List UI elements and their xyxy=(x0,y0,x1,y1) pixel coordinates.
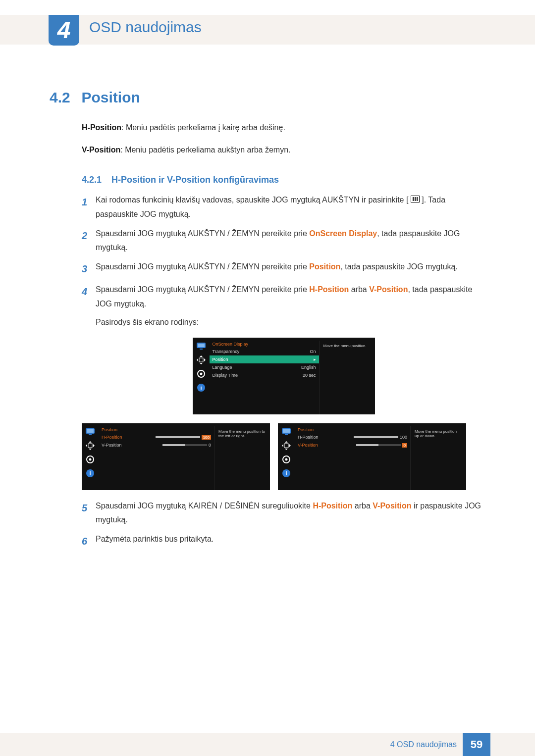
osd-list-main: OnScreen Display TransparencyOn Position… xyxy=(210,341,319,414)
osd-hint: Move the menu position to the left or ri… xyxy=(214,426,270,490)
steps-list: 1 Kai rodomas funkcinių klavišų vadovas,… xyxy=(82,193,485,330)
info-icon: i xyxy=(196,382,207,393)
osd-hint: Move the menu position up or down. xyxy=(410,426,466,490)
svg-rect-7 xyxy=(199,358,203,362)
step-3: 3 Spausdami JOG mygtuką AUKŠTYN / ŽEMYN … xyxy=(82,260,485,278)
step-4: 4 Spausdami JOG mygtuką AUKŠTYN / ŽEMYN … xyxy=(82,283,485,329)
osd-row: H-Position 100 xyxy=(295,433,410,441)
v-position-desc: : Meniu padėtis perkeliama aukštyn arba … xyxy=(120,146,290,154)
steps-list-continued: 5 Spausdami JOG mygtuką KAIRĖN / DEŠINĖN… xyxy=(82,499,485,551)
h-position-label: H-Position xyxy=(82,123,121,132)
h-position-desc: : Meniu padėtis perkeliama į kairę arba … xyxy=(121,123,285,132)
menu-icon xyxy=(411,193,420,207)
osd-row-selected: Position▸ xyxy=(210,355,319,363)
move-icon xyxy=(85,440,96,451)
svg-text:i: i xyxy=(285,470,287,476)
move-icon xyxy=(196,354,207,365)
svg-rect-3 xyxy=(417,197,418,201)
svg-rect-1 xyxy=(413,197,414,201)
section-title: Position xyxy=(81,89,140,105)
svg-text:i: i xyxy=(89,470,91,476)
osd-row: LanguageEnglish xyxy=(210,363,319,371)
step-6: 6 Pažymėta parinktis bus pritaikyta. xyxy=(82,532,485,550)
monitor-icon xyxy=(85,426,96,437)
gear-icon xyxy=(281,454,292,465)
header-band xyxy=(0,15,535,45)
svg-rect-23 xyxy=(284,444,288,448)
osd-row: Display Time20 sec xyxy=(210,371,319,379)
step-2: 2 Spausdami JOG mygtuką AUKŠTYN / ŽEMYN … xyxy=(82,227,485,255)
svg-text:i: i xyxy=(200,385,202,391)
subsection-title: H-Position ir V-Position konfigūravimas xyxy=(111,175,279,185)
svg-rect-15 xyxy=(88,444,92,448)
content: 4.2 Position H-Position: Meniu padėtis p… xyxy=(50,89,485,555)
subsection-number: 4.2.1 xyxy=(82,175,102,185)
info-icon: i xyxy=(281,468,292,479)
svg-rect-13 xyxy=(87,429,94,433)
monitor-icon xyxy=(196,341,207,352)
svg-point-9 xyxy=(200,372,202,375)
osd-panel-h: i Position H-Position 100 V-Position 0 xyxy=(82,423,270,490)
chapter-number-badge: 4 xyxy=(49,15,79,46)
gear-icon xyxy=(85,454,96,465)
svg-rect-21 xyxy=(283,429,290,433)
svg-point-25 xyxy=(285,458,288,460)
subsection-heading: 4.2.1 H-Position ir V-Position konfigūra… xyxy=(82,175,485,185)
footer-text: 4 OSD naudojimas xyxy=(390,740,457,749)
section-heading: 4.2 Position xyxy=(50,89,485,106)
page: 4 OSD naudojimas 4.2 Position H-Position… xyxy=(0,0,535,756)
osd-panel-v: i Position H-Position 100 V-Position 0 xyxy=(278,423,466,490)
figure-osd-hv: i Position H-Position 100 V-Position 0 xyxy=(82,423,485,490)
svg-rect-5 xyxy=(198,344,205,347)
footer: 4 OSD naudojimas 59 xyxy=(0,733,535,756)
svg-rect-2 xyxy=(415,197,416,201)
osd-row: TransparencyOn xyxy=(210,348,319,355)
step-1: 1 Kai rodomas funkcinių klavišų vadovas,… xyxy=(82,193,485,222)
svg-rect-22 xyxy=(285,434,288,435)
osd-row-selected: H-Position 100 xyxy=(99,433,214,441)
svg-rect-14 xyxy=(89,434,92,435)
v-position-label: V-Position xyxy=(82,146,120,154)
osd-hint: Move the menu position. xyxy=(319,341,375,414)
monitor-icon xyxy=(281,426,292,437)
figure-osd-main: i OnScreen Display TransparencyOn Positi… xyxy=(82,338,485,414)
chapter-title: OSD naudojimas xyxy=(89,19,202,36)
footer-page-number: 59 xyxy=(463,733,490,756)
step-5: 5 Spausdami JOG mygtuką KAIRĖN / DEŠINĖN… xyxy=(82,499,485,528)
osd-row: V-Position 0 xyxy=(99,441,214,449)
gear-icon xyxy=(196,368,207,379)
osd-row-selected: V-Position 0 xyxy=(295,441,410,449)
intro-text: H-Position: Meniu padėtis perkeliama į k… xyxy=(82,121,485,157)
move-icon xyxy=(281,440,292,451)
osd-panel-main: i OnScreen Display TransparencyOn Positi… xyxy=(193,338,375,414)
info-icon: i xyxy=(85,468,96,479)
svg-point-17 xyxy=(89,458,92,460)
osd-side-icons: i xyxy=(193,338,210,414)
svg-rect-6 xyxy=(200,349,203,350)
section-number: 4.2 xyxy=(50,89,79,106)
